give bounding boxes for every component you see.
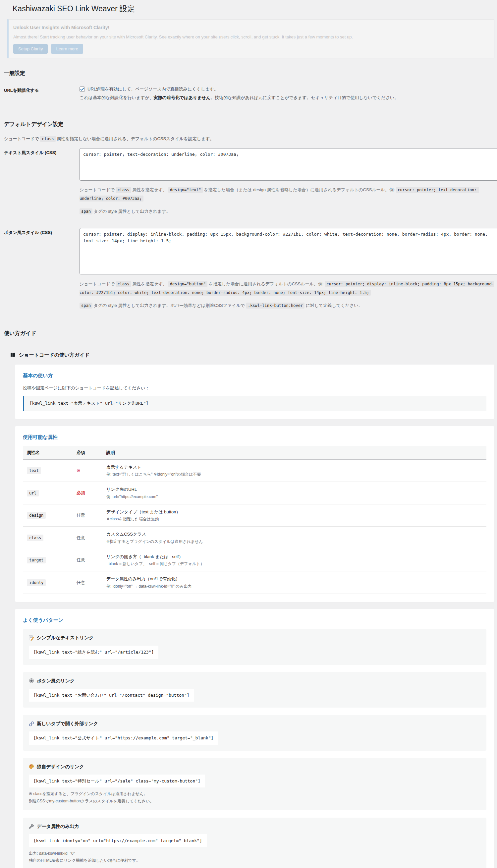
text-style-description: ショートコードで class 属性を指定せず、 design="text" を指… — [80, 186, 494, 203]
usage-guide: ショートコードの使い方ガイド 基本の使い方 投稿や固定ページに以下のショートコー… — [10, 351, 494, 868]
required-col-header: 必須 — [73, 446, 102, 459]
attr-description: デザインタイプ（text または button） — [106, 509, 482, 515]
pattern-code: [kswl_link text="特別セール" url="/sale" clas… — [29, 774, 205, 788]
basic-usage-code: [kswl_link text="表示テキスト" url="リンク先URL"] — [23, 396, 486, 411]
pattern-note: 別途CSSでmy-custom-buttonクラスのスタイルを定義してください。 — [29, 798, 480, 805]
required-badge: 任意 — [76, 580, 85, 585]
obfuscate-checkbox-label[interactable]: URL処理を有効にして、ページソース内で直接読みにくくします。 — [87, 86, 218, 93]
button-style-row: ボタン風スタイル (CSS) cursor: pointer; display:… — [4, 224, 494, 318]
general-settings-form: URLを難読化する URL処理を有効にして、ページソース内で直接読みにくくします… — [4, 82, 494, 109]
pattern-code: [kswl_link text="続きを読む" url="/article/12… — [29, 645, 158, 659]
basic-usage-card: 基本の使い方 投稿や固定ページに以下のショートコードを記述してください： [ks… — [15, 365, 494, 419]
attr-example: 例: text="詳しくはこちら" ※idonly="on"の場合は不要 — [106, 471, 482, 477]
basic-usage-title: 基本の使い方 — [23, 372, 486, 380]
attr-name: text — [27, 467, 41, 474]
attr-name: target — [27, 557, 46, 564]
book-icon — [10, 352, 16, 358]
obfuscate-label: URLを難読化する — [4, 82, 80, 109]
attr-example: 例: idonly="on" → data-kswl-link-id="0" の… — [106, 583, 482, 589]
pattern-note: ※ classを指定すると、プラグインのスタイルは適用されません。 — [29, 791, 480, 797]
pattern-title: 新しいタブで開く外部リンク — [37, 720, 98, 727]
memo-icon — [29, 635, 34, 641]
attr-name: class — [27, 535, 43, 541]
text-style-textarea[interactable]: cursor: pointer; text-decoration: underl… — [80, 148, 497, 181]
page-title: Kashiwazaki SEO Link Weaver 設定 — [4, 3, 494, 16]
required-badge: 任意 — [76, 557, 85, 563]
link-icon — [29, 721, 34, 726]
guide-box-title: ショートコードの使い方ガイド — [19, 351, 90, 359]
attr-example: ※classを指定した場合は無効 — [106, 516, 482, 522]
design-settings-intro: ショートコードで class 属性を指定しない場合に適用される、デフォルトのCS… — [4, 136, 494, 142]
attributes-card: 使用可能な属性 属性名 必須 説明 text ※ 表示するテキスト 例: tex… — [15, 426, 494, 602]
pattern-code: [kswl_link idonly="on" url="https://exam… — [29, 834, 207, 848]
attr-description: リンク先のURL — [106, 486, 482, 493]
button-icon — [29, 678, 34, 683]
pattern-code: [kswl_link text="お問い合わせ" url="/contact" … — [29, 689, 194, 702]
settings-page: Kashiwazaki SEO Link Weaver 設定 Unlock Us… — [0, 0, 497, 868]
patterns-card: よく使うパターン シンプルなテキストリンク [kswl_link text="続… — [15, 609, 494, 868]
table-row-class: class 任意 カスタムCSSクラス ※指定するとプラグインのスタイルは適用さ… — [23, 527, 486, 549]
table-row-design: design 任意 デザインタイプ（text または button） ※clas… — [23, 504, 486, 527]
button-style-description: ショートコードで class 属性を指定せず、 design="button" … — [80, 280, 494, 297]
description-col-header: 説明 — [102, 446, 486, 459]
attributes-title: 使用可能な属性 — [23, 433, 486, 441]
attributes-table: 属性名 必須 説明 text ※ 表示するテキスト 例: text="詳しくはこ… — [23, 446, 486, 594]
pattern-custom-design-link: 独自デザインのリンク [kswl_link text="特別セール" url="… — [23, 758, 486, 810]
obfuscate-description: これは基本的な難読化を行いますが、実際の暗号化ではありません。技術的な知識があれ… — [80, 95, 494, 101]
button-style-textarea[interactable]: cursor: pointer; display: inline-block; … — [80, 228, 497, 274]
pattern-external-link: 新しいタブで開く外部リンク [kswl_link text="公式サイト" ur… — [23, 715, 486, 751]
text-style-description-2: span タグの style 属性として出力されます。 — [80, 207, 494, 216]
pattern-title: ボタン風のリンク — [37, 678, 74, 684]
required-badge: 任意 — [76, 513, 85, 518]
wrench-icon — [29, 824, 34, 829]
attr-name: design — [27, 512, 46, 519]
patterns-title: よく使うパターン — [23, 616, 486, 624]
pattern-data-attribute-only: データ属性のみ出力 [kswl_link idonly="on" url="ht… — [23, 817, 486, 868]
attr-description: 表示するテキスト — [106, 464, 482, 471]
palette-icon — [29, 764, 34, 769]
table-row-text: text ※ 表示するテキスト 例: text="詳しくはこちら" ※idonl… — [23, 459, 486, 482]
attr-description: カスタムCSSクラス — [106, 531, 482, 538]
pattern-note: 独自のHTML要素にリンク機能を追加したい場合に便利です。 — [29, 857, 480, 864]
general-settings-heading: 一般設定 — [4, 67, 494, 80]
required-badge: 必須 — [76, 490, 85, 496]
attr-example: _blank = 新しいタブ、_self = 同じタブ（デフォルト） — [106, 561, 482, 567]
obfuscate-checkbox[interactable] — [80, 86, 85, 92]
design-settings-heading: デフォルトデザイン設定 — [4, 118, 494, 131]
attr-description: データ属性のみ出力（on/1で有効化） — [106, 576, 482, 582]
text-style-row: テキスト風スタイル (CSS) cursor: pointer; text-de… — [4, 144, 494, 224]
basic-usage-intro: 投稿や固定ページに以下のショートコードを記述してください： — [23, 385, 486, 392]
table-row-target: target 任意 リンクの開き方（_blank または _self） _bla… — [23, 549, 486, 571]
design-settings-form: テキスト風スタイル (CSS) cursor: pointer; text-de… — [4, 144, 494, 318]
required-badge: 任意 — [76, 535, 85, 540]
usage-guide-heading: 使い方ガイド — [4, 327, 494, 340]
table-row-idonly: idonly 任意 データ属性のみ出力（on/1で有効化） 例: idonly=… — [23, 571, 486, 594]
button-style-label: ボタン風スタイル (CSS) — [4, 224, 80, 318]
clarity-notice-body: Almost there! Start tracking user behavi… — [13, 34, 489, 40]
pattern-code: [kswl_link text="公式サイト" url="https://exa… — [29, 731, 218, 745]
table-row-url: url 必須 リンク先のURL 例: url="https://example.… — [23, 482, 486, 504]
attr-example: ※指定するとプラグインのスタイルは適用されません — [106, 539, 482, 544]
attr-description: リンクの開き方（_blank または _self） — [106, 554, 482, 560]
attr-col-header: 属性名 — [23, 446, 73, 459]
attr-example: 例: url="https://example.com" — [106, 494, 482, 500]
clarity-notice-title: Unlock User Insights with Microsoft Clar… — [13, 24, 489, 31]
setup-clarity-button[interactable]: Setup Clarity — [13, 44, 48, 54]
clarity-notice: Unlock User Insights with Microsoft Clar… — [7, 19, 494, 58]
pattern-simple-text-link: シンプルなテキストリンク [kswl_link text="続きを読む" url… — [23, 629, 486, 665]
obfuscate-row: URLを難読化する URL処理を有効にして、ページソース内で直接読みにくくします… — [4, 82, 494, 109]
pattern-button-link: ボタン風のリンク [kswl_link text="お問い合わせ" url="/… — [23, 672, 486, 708]
pattern-output: 出力: data-kswl-link-id="0" — [29, 851, 480, 857]
check-icon — [80, 87, 84, 91]
pattern-title: 独自デザインのリンク — [37, 763, 84, 770]
button-style-description-2: span タグの style 属性として出力されます。ホバー効果などは別途CSS… — [80, 301, 494, 310]
learn-more-button[interactable]: Learn more — [51, 44, 83, 54]
pattern-title: データ属性のみ出力 — [37, 823, 79, 830]
pattern-title: シンプルなテキストリンク — [37, 634, 94, 641]
attr-name: idonly — [27, 579, 46, 586]
text-style-label: テキスト風スタイル (CSS) — [4, 144, 80, 224]
attr-name: url — [27, 490, 39, 497]
required-badge: ※ — [76, 468, 80, 473]
